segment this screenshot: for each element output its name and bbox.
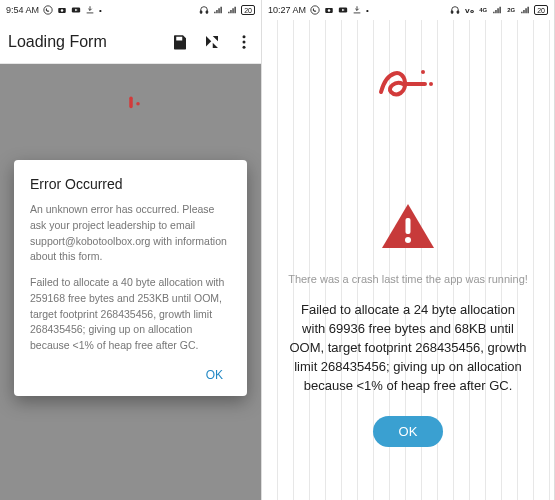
signal-icon-2: [520, 5, 530, 15]
signal-icon: [213, 5, 223, 15]
dialog-ok-button[interactable]: OK: [198, 362, 231, 388]
camera-icon: [57, 5, 67, 15]
svg-point-7: [243, 40, 246, 43]
crash-screen: There was a crash last time the app was …: [262, 20, 554, 500]
svg-point-10: [311, 6, 319, 14]
status-dot-icon: •: [99, 6, 102, 15]
network-2g-icon: 2G: [506, 5, 516, 15]
status-time: 10:27 AM: [268, 5, 306, 15]
status-bar-left: 10:27 AM •: [268, 5, 369, 15]
headphones-icon: [199, 5, 209, 15]
dialog-message-2: Failed to allocate a 40 byte allocation …: [30, 275, 231, 354]
status-bar-right: 20: [199, 5, 255, 15]
dialog-body: An unknown error has occurred. Please as…: [30, 202, 231, 354]
dialog-actions: OK: [30, 362, 231, 388]
svg-point-19: [405, 237, 411, 243]
warning-icon: [380, 202, 436, 254]
loading-spinner-icon: [117, 94, 145, 126]
battery-level: 20: [537, 7, 545, 14]
whatsapp-icon: [310, 5, 320, 15]
doodle-icon: [373, 62, 443, 112]
svg-point-8: [243, 45, 246, 48]
status-bar-left: 9:54 AM •: [6, 5, 102, 15]
camera-icon: [324, 5, 334, 15]
svg-point-12: [328, 9, 331, 12]
volte-icon: 𝗩𝗼: [464, 5, 474, 15]
svg-rect-14: [451, 11, 453, 13]
dialog-message-1: An unknown error has occurred. Please as…: [30, 202, 231, 265]
whatsapp-icon: [43, 5, 53, 15]
status-bar-right: 𝗩𝗼 4G 2G 20: [450, 5, 548, 15]
phone-screenshot-left: 9:54 AM •: [0, 0, 262, 500]
battery-indicator: 20: [241, 5, 255, 15]
svg-point-0: [44, 6, 52, 14]
svg-point-2: [61, 9, 64, 12]
download-icon: [85, 5, 95, 15]
dialog-title: Error Occurred: [30, 176, 231, 192]
status-bar: 9:54 AM •: [0, 0, 261, 20]
crash-subtitle: There was a crash last time the app was …: [288, 272, 528, 287]
svg-rect-18: [406, 218, 411, 234]
crash-message: Failed to allocate a 24 byte allocation …: [288, 301, 528, 395]
svg-rect-4: [200, 11, 202, 13]
signal-icon: [492, 5, 502, 15]
svg-point-16: [421, 70, 425, 74]
headphones-icon: [450, 5, 460, 15]
app-bar: Loading Form: [0, 20, 261, 64]
signal-icon-2: [227, 5, 237, 15]
svg-rect-15: [457, 11, 459, 13]
app-bar-title: Loading Form: [8, 33, 107, 51]
svg-point-6: [243, 35, 246, 38]
download-icon: [352, 5, 362, 15]
phone-screenshot-right: 10:27 AM • 𝗩𝗼 4G 2G: [262, 0, 555, 500]
network-4g-icon: 4G: [478, 5, 488, 15]
youtube-icon: [338, 5, 348, 15]
crash-ok-button[interactable]: OK: [373, 416, 444, 447]
status-dot-icon: •: [366, 6, 369, 15]
error-dialog: Error Occurred An unknown error has occu…: [14, 160, 247, 396]
youtube-icon: [71, 5, 81, 15]
overflow-menu-icon[interactable]: [235, 33, 253, 51]
save-icon[interactable]: [171, 33, 189, 51]
svg-point-9: [136, 102, 140, 106]
app-bar-actions: [171, 33, 253, 51]
jump-icon[interactable]: [203, 33, 221, 51]
svg-rect-5: [206, 11, 208, 13]
svg-point-17: [429, 82, 433, 86]
battery-level: 20: [244, 7, 252, 14]
status-time: 9:54 AM: [6, 5, 39, 15]
battery-indicator: 20: [534, 5, 548, 15]
status-bar: 10:27 AM • 𝗩𝗼 4G 2G: [262, 0, 554, 20]
